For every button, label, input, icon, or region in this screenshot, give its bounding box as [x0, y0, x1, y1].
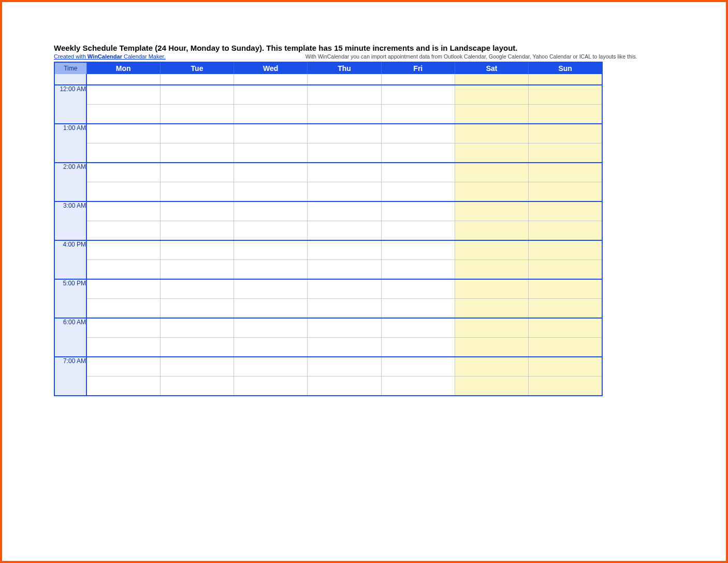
schedule-cell[interactable] — [529, 318, 602, 338]
schedule-cell[interactable] — [529, 260, 602, 280]
schedule-cell[interactable] — [529, 240, 602, 260]
schedule-cell[interactable] — [455, 74, 528, 85]
schedule-cell[interactable] — [381, 85, 455, 105]
schedule-cell[interactable] — [308, 201, 381, 221]
schedule-cell[interactable] — [86, 357, 160, 377]
schedule-cell[interactable] — [160, 74, 234, 85]
schedule-cell[interactable] — [86, 105, 160, 124]
schedule-cell[interactable] — [86, 182, 160, 202]
schedule-cell[interactable] — [308, 74, 381, 85]
schedule-cell[interactable] — [308, 338, 381, 357]
schedule-cell[interactable] — [308, 240, 381, 260]
schedule-cell[interactable] — [86, 299, 160, 319]
schedule-cell[interactable] — [308, 377, 381, 396]
schedule-cell[interactable] — [455, 318, 528, 338]
schedule-cell[interactable] — [86, 377, 160, 396]
schedule-cell[interactable] — [455, 299, 528, 319]
schedule-cell[interactable] — [308, 357, 381, 377]
schedule-cell[interactable] — [160, 182, 234, 202]
schedule-cell[interactable] — [160, 338, 234, 357]
schedule-cell[interactable] — [529, 299, 602, 319]
schedule-cell[interactable] — [160, 377, 234, 396]
schedule-cell[interactable] — [86, 163, 160, 182]
schedule-cell[interactable] — [234, 163, 308, 182]
schedule-cell[interactable] — [234, 74, 308, 85]
schedule-cell[interactable] — [160, 85, 234, 105]
schedule-cell[interactable] — [160, 318, 234, 338]
schedule-cell[interactable] — [455, 338, 528, 357]
schedule-cell[interactable] — [455, 124, 528, 143]
schedule-cell[interactable] — [455, 279, 528, 299]
schedule-cell[interactable] — [308, 299, 381, 319]
schedule-cell[interactable] — [455, 105, 528, 124]
schedule-cell[interactable] — [455, 201, 528, 221]
schedule-cell[interactable] — [455, 240, 528, 260]
schedule-cell[interactable] — [529, 377, 602, 396]
schedule-cell[interactable] — [86, 221, 160, 241]
schedule-cell[interactable] — [381, 318, 455, 338]
schedule-cell[interactable] — [308, 105, 381, 124]
schedule-cell[interactable] — [234, 240, 308, 260]
schedule-cell[interactable] — [86, 260, 160, 280]
schedule-cell[interactable] — [234, 201, 308, 221]
schedule-cell[interactable] — [86, 240, 160, 260]
schedule-cell[interactable] — [234, 221, 308, 241]
schedule-cell[interactable] — [381, 377, 455, 396]
schedule-cell[interactable] — [381, 240, 455, 260]
schedule-cell[interactable] — [308, 124, 381, 143]
schedule-cell[interactable] — [160, 221, 234, 241]
schedule-cell[interactable] — [381, 338, 455, 357]
schedule-cell[interactable] — [234, 124, 308, 143]
schedule-cell[interactable] — [308, 221, 381, 241]
schedule-cell[interactable] — [455, 357, 528, 377]
schedule-cell[interactable] — [234, 182, 308, 202]
schedule-cell[interactable] — [160, 240, 234, 260]
schedule-cell[interactable] — [160, 143, 234, 163]
schedule-cell[interactable] — [455, 221, 528, 241]
schedule-cell[interactable] — [160, 163, 234, 182]
schedule-cell[interactable] — [381, 143, 455, 163]
schedule-cell[interactable] — [86, 124, 160, 143]
schedule-cell[interactable] — [160, 105, 234, 124]
schedule-cell[interactable] — [455, 260, 528, 280]
schedule-cell[interactable] — [381, 124, 455, 143]
schedule-cell[interactable] — [234, 85, 308, 105]
schedule-cell[interactable] — [160, 124, 234, 143]
schedule-cell[interactable] — [381, 201, 455, 221]
schedule-cell[interactable] — [86, 74, 160, 85]
schedule-cell[interactable] — [529, 201, 602, 221]
schedule-cell[interactable] — [160, 201, 234, 221]
schedule-cell[interactable] — [234, 105, 308, 124]
schedule-cell[interactable] — [234, 318, 308, 338]
wincalendar-link[interactable]: Created with WinCalendar Calendar Maker. — [54, 53, 166, 60]
schedule-cell[interactable] — [529, 163, 602, 182]
schedule-cell[interactable] — [455, 377, 528, 396]
schedule-cell[interactable] — [86, 318, 160, 338]
schedule-cell[interactable] — [234, 299, 308, 319]
schedule-cell[interactable] — [529, 182, 602, 202]
schedule-cell[interactable] — [381, 260, 455, 280]
schedule-cell[interactable] — [234, 279, 308, 299]
schedule-cell[interactable] — [234, 377, 308, 396]
schedule-cell[interactable] — [308, 163, 381, 182]
schedule-cell[interactable] — [381, 357, 455, 377]
schedule-cell[interactable] — [529, 338, 602, 357]
schedule-cell[interactable] — [308, 279, 381, 299]
schedule-cell[interactable] — [529, 143, 602, 163]
schedule-cell[interactable] — [160, 357, 234, 377]
schedule-cell[interactable] — [529, 279, 602, 299]
schedule-cell[interactable] — [308, 182, 381, 202]
schedule-cell[interactable] — [234, 260, 308, 280]
schedule-cell[interactable] — [381, 299, 455, 319]
schedule-cell[interactable] — [234, 338, 308, 357]
schedule-cell[interactable] — [381, 182, 455, 202]
schedule-cell[interactable] — [529, 357, 602, 377]
schedule-cell[interactable] — [529, 124, 602, 143]
schedule-cell[interactable] — [308, 85, 381, 105]
schedule-cell[interactable] — [529, 74, 602, 85]
schedule-cell[interactable] — [455, 85, 528, 105]
schedule-cell[interactable] — [86, 279, 160, 299]
schedule-cell[interactable] — [308, 318, 381, 338]
schedule-cell[interactable] — [381, 163, 455, 182]
schedule-cell[interactable] — [160, 260, 234, 280]
